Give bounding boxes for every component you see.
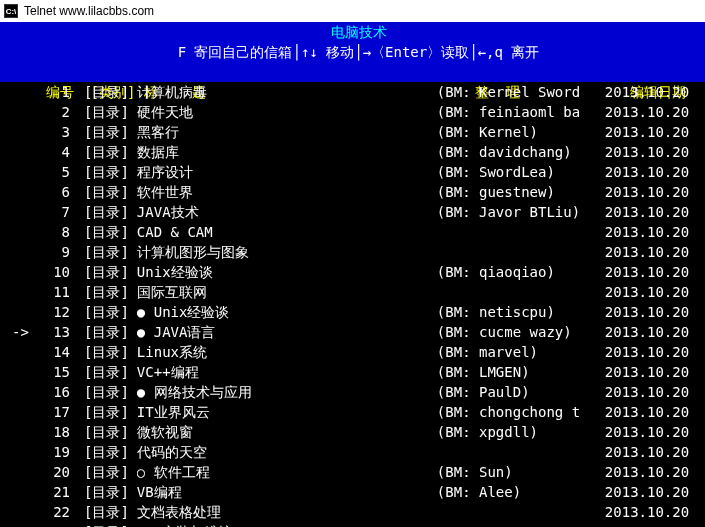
list-item[interactable]: 21 [目录] VB编程(BM: Alee)2013.10.20 [0, 482, 705, 502]
row-category: [目录] [84, 302, 129, 322]
row-moderator: (BM: davidchang) [437, 142, 605, 162]
pointer-icon [12, 422, 36, 442]
terminal[interactable]: 电脑技术 F 寄回自己的信箱│↑↓ 移动│→〈Enter〉读取│←,q 离开 编… [0, 22, 705, 527]
pointer-icon [12, 382, 36, 402]
row-topic: 软件世界 [137, 182, 437, 202]
row-date: 2013.10.20 [605, 462, 689, 482]
pointer-icon [12, 362, 36, 382]
list-item[interactable]: 19 [目录] 代码的天空2013.10.20 [0, 442, 705, 462]
list-item[interactable]: 1 [目录] 计算机病毒(BM: Kernel Sword2013.10.20 [0, 82, 705, 102]
row-topic: IT业界风云 [137, 402, 437, 422]
row-moderator: (BM: netiscpu) [437, 302, 605, 322]
list-item[interactable]: 12 [目录] ● Unix经验谈(BM: netiscpu)2013.10.2… [0, 302, 705, 322]
row-date: 2013.10.20 [605, 122, 689, 142]
row-date: 2013.10.20 [605, 82, 689, 102]
list-item[interactable]: 23 [目录] BBS安装与维护2013.10.20 [0, 522, 705, 527]
row-moderator: (BM: qiaoqiao) [437, 262, 605, 282]
row-category: [目录] [84, 522, 129, 527]
row-topic: 硬件天地 [137, 102, 437, 122]
row-topic: CAD & CAM [137, 222, 437, 242]
list-item[interactable]: 17 [目录] IT业界风云(BM: chongchong t2013.10.2… [0, 402, 705, 422]
row-moderator: (BM: xpgdll) [437, 422, 605, 442]
pointer-icon [12, 202, 36, 222]
row-topic: ● Unix经验谈 [137, 302, 437, 322]
row-number: 11 [36, 282, 70, 302]
row-moderator: (BM: SwordLea) [437, 162, 605, 182]
list-item[interactable]: 6 [目录] 软件世界(BM: guestnew)2013.10.20 [0, 182, 705, 202]
row-number: 19 [36, 442, 70, 462]
row-moderator: (BM: PaulD) [437, 382, 605, 402]
row-moderator [437, 442, 605, 462]
list-item[interactable]: 3 [目录] 黑客行(BM: Kernel)2013.10.20 [0, 122, 705, 142]
row-number: 7 [36, 202, 70, 222]
list-item[interactable]: 2 [目录] 硬件天地(BM: feiniaoml ba2013.10.20 [0, 102, 705, 122]
row-moderator [437, 222, 605, 242]
row-category: [目录] [84, 202, 129, 222]
board-title: 电脑技术 [0, 22, 705, 42]
row-category: [目录] [84, 222, 129, 242]
row-number: 18 [36, 422, 70, 442]
row-topic: 黑客行 [137, 122, 437, 142]
row-moderator: (BM: Sun) [437, 462, 605, 482]
row-date: 2013.10.20 [605, 442, 689, 462]
list-item[interactable]: 20 [目录] ○ 软件工程(BM: Sun)2013.10.20 [0, 462, 705, 482]
row-date: 2013.10.20 [605, 262, 689, 282]
row-topic: 国际互联网 [137, 282, 437, 302]
row-topic: Linux系统 [137, 342, 437, 362]
pointer-icon [12, 342, 36, 362]
row-date: 2013.10.20 [605, 522, 689, 527]
pointer-icon [12, 282, 36, 302]
row-topic: ● 网络技术与应用 [137, 382, 437, 402]
list-item[interactable]: 15 [目录] VC++编程(BM: LMGEN)2013.10.20 [0, 362, 705, 382]
row-topic: 数据库 [137, 142, 437, 162]
list-item[interactable]: 4 [目录] 数据库(BM: davidchang)2013.10.20 [0, 142, 705, 162]
row-topic: 计算机图形与图象 [137, 242, 437, 262]
row-category: [目录] [84, 182, 129, 202]
pointer-icon [12, 522, 36, 527]
row-date: 2013.10.20 [605, 222, 689, 242]
row-moderator: (BM: Kernel) [437, 122, 605, 142]
row-number: 3 [36, 122, 70, 142]
row-number: 23 [36, 522, 70, 527]
row-category: [目录] [84, 362, 129, 382]
row-date: 2013.10.20 [605, 482, 689, 502]
list-item[interactable]: 9 [目录] 计算机图形与图象2013.10.20 [0, 242, 705, 262]
row-category: [目录] [84, 402, 129, 422]
list-item[interactable]: 14 [目录] Linux系统(BM: marvel)2013.10.20 [0, 342, 705, 362]
pointer-icon [12, 222, 36, 242]
list-item[interactable]: 8 [目录] CAD & CAM2013.10.20 [0, 222, 705, 242]
list-item[interactable]: 16 [目录] ● 网络技术与应用(BM: PaulD)2013.10.20 [0, 382, 705, 402]
row-moderator [437, 242, 605, 262]
list-item[interactable]: 5 [目录] 程序设计(BM: SwordLea)2013.10.20 [0, 162, 705, 182]
row-date: 2013.10.20 [605, 142, 689, 162]
row-category: [目录] [84, 482, 129, 502]
row-category: [目录] [84, 382, 129, 402]
row-topic: ● JAVA语言 [137, 322, 437, 342]
row-date: 2013.10.20 [605, 362, 689, 382]
list-item[interactable]: ->13 [目录] ● JAVA语言(BM: cucme wazy)2013.1… [0, 322, 705, 342]
window-title: Telnet www.lilacbbs.com [24, 4, 154, 18]
column-headers: 编号 [类别] 标 题 整 理 编辑日期 [0, 62, 705, 82]
list-item[interactable]: 11 [目录] 国际互联网2013.10.20 [0, 282, 705, 302]
row-number: 22 [36, 502, 70, 522]
list-item[interactable]: 18 [目录] 微软视窗(BM: xpgdll)2013.10.20 [0, 422, 705, 442]
row-category: [目录] [84, 142, 129, 162]
row-topic: JAVA技术 [137, 202, 437, 222]
pointer-icon [12, 442, 36, 462]
row-number: 2 [36, 102, 70, 122]
row-number: 10 [36, 262, 70, 282]
row-number: 4 [36, 142, 70, 162]
row-number: 6 [36, 182, 70, 202]
pointer-icon [12, 462, 36, 482]
row-date: 2013.10.20 [605, 502, 689, 522]
list-item[interactable]: 7 [目录] JAVA技术(BM: Javor BTLiu)2013.10.20 [0, 202, 705, 222]
pointer-icon [12, 82, 36, 102]
listing-rows: 1 [目录] 计算机病毒(BM: Kernel Sword2013.10.20 … [0, 82, 705, 527]
row-category: [目录] [84, 82, 129, 102]
list-item[interactable]: 22 [目录] 文档表格处理2013.10.20 [0, 502, 705, 522]
terminal-icon: C:\ [4, 4, 18, 18]
pointer-icon [12, 302, 36, 322]
row-number: 21 [36, 482, 70, 502]
pointer-icon: -> [12, 322, 36, 342]
list-item[interactable]: 10 [目录] Unix经验谈(BM: qiaoqiao)2013.10.20 [0, 262, 705, 282]
